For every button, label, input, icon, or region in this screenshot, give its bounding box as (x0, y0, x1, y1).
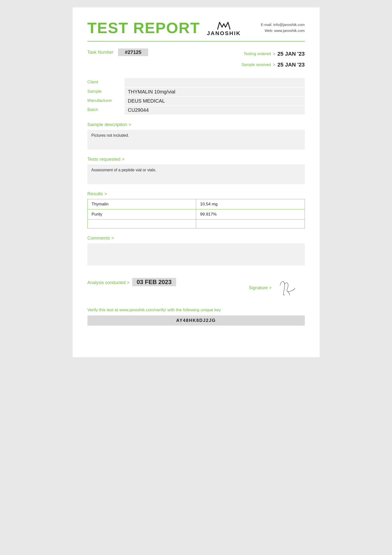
sample-description-header: Sample description > (87, 122, 305, 127)
batch-row: Batch CU29044 (87, 106, 305, 114)
page-title: TEST REPORT (87, 20, 200, 36)
manufacturer-label: Manufacturer (87, 97, 124, 105)
contact-email: E-mail: info@janoshik.com (261, 22, 305, 28)
dates-right: Testing ordered > 25 JAN '23 Sample rece… (241, 48, 305, 70)
header-left: TEST REPORT JANOSHIK (87, 19, 241, 37)
comments-header: Comments > (87, 235, 305, 241)
verify-key: AY48HK8DJ2JG (87, 315, 305, 326)
table-row: Purity99.917% (87, 209, 305, 220)
ordered-label: Testing ordered (244, 50, 271, 58)
manufacturer-value: DEUS MEDICAL (124, 97, 305, 105)
client-row: Client (87, 78, 305, 87)
table-row: Thymalin10.54 mg (87, 199, 305, 209)
table-row (87, 220, 305, 228)
tests-requested-header: Tests requested > (87, 156, 305, 162)
verify-section: Verify this test at www.janoshik.com/ver… (87, 308, 305, 326)
signature-area: Signature > (249, 278, 305, 298)
task-number-value: #27125 (118, 48, 148, 56)
info-section: Client Sample THYMALIN 10mg/vial Manufac… (87, 78, 305, 114)
received-label: Sample received (241, 61, 271, 69)
result-value: 99.917% (196, 209, 305, 220)
signature-image (275, 278, 305, 298)
testing-ordered-row: Testing ordered > 25 JAN '23 (241, 48, 305, 59)
logo-icon (217, 20, 230, 30)
client-value (124, 78, 305, 87)
received-value: 25 JAN '23 (277, 59, 305, 70)
tests-requested-section: Tests requested > Assessment of a peptid… (87, 156, 305, 184)
analysis-conducted: Analysis conducted > 03 FEB 2023 (87, 278, 176, 286)
result-name: Purity (87, 209, 196, 220)
verify-text: Verify this test at www.janoshik.com/ver… (87, 308, 305, 312)
sample-description-section: Sample description > Pictures not includ… (87, 122, 305, 150)
signature-label: Signature > (249, 285, 272, 290)
analysis-date: 03 FEB 2023 (132, 278, 176, 286)
bottom-section: Analysis conducted > 03 FEB 2023 Signatu… (87, 278, 305, 298)
sample-row: Sample THYMALIN 10mg/vial (87, 88, 305, 96)
sample-description-content: Pictures not included. (87, 130, 305, 150)
comments-section: Comments > (87, 235, 305, 266)
task-left: Task Number #27125 (87, 48, 148, 56)
logo-name: JANOSHIK (207, 30, 241, 37)
task-number-label: Task Number (87, 50, 114, 55)
result-name: Thymalin (87, 199, 196, 209)
tests-requested-content: Assessment of a peptide vial or vials. (87, 164, 305, 184)
ordered-gt: > (273, 49, 276, 58)
client-label: Client (87, 78, 124, 87)
task-dates-row: Task Number #27125 Testing ordered > 25 … (87, 48, 305, 70)
sample-label: Sample (87, 88, 124, 96)
results-table: Thymalin10.54 mgPurity99.917% (87, 199, 305, 228)
analysis-label: Analysis conducted > (87, 280, 131, 285)
result-value (196, 220, 305, 228)
received-gt: > (273, 60, 276, 69)
batch-value: CU29044 (124, 106, 305, 114)
result-value: 10.54 mg (196, 199, 305, 209)
page: TEST REPORT JANOSHIK E-mail: info@janosh… (73, 7, 320, 357)
header-contact: E-mail: info@janoshik.com Web: www.janos… (261, 22, 305, 34)
result-name (87, 220, 196, 228)
header-divider (87, 41, 305, 42)
manufacturer-row: Manufacturer DEUS MEDICAL (87, 97, 305, 105)
ordered-value: 25 JAN '23 (277, 48, 305, 59)
batch-label: Batch (87, 106, 124, 114)
header: TEST REPORT JANOSHIK E-mail: info@janosh… (87, 19, 305, 37)
logo-area: JANOSHIK (207, 20, 241, 37)
contact-web: Web: www.janoshik.com (261, 28, 305, 34)
comments-content (87, 243, 305, 266)
sample-received-row: Sample received > 25 JAN '23 (241, 59, 305, 70)
results-header: Results > (87, 191, 305, 197)
sample-value: THYMALIN 10mg/vial (124, 88, 305, 96)
results-section: Results > Thymalin10.54 mgPurity99.917% (87, 191, 305, 228)
